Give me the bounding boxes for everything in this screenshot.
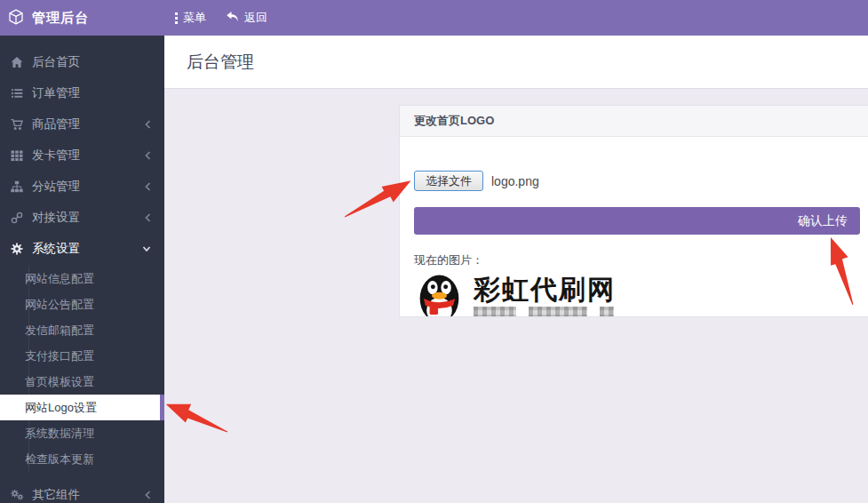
card-header: 更改首页LOGO [400,106,868,137]
brand-title: 管理后台 [32,10,89,27]
submenu-item-site-info[interactable]: 网站信息配置 [0,266,164,291]
page-title-bar: 后台管理 [164,36,868,89]
sidebar-item-dashboard[interactable]: 后台首页 [0,46,164,77]
cube-icon [8,9,24,28]
annotation-arrow-to-logo-menu-item [161,391,234,443]
page-title: 后台管理 [187,51,254,74]
chevron-left-icon [143,150,152,161]
chevron-down-icon [141,244,152,254]
menu-toggle[interactable]: 菜单 [175,10,206,26]
submenu-item-data-clean[interactable]: 系统数据清理 [0,420,164,446]
submenu-item-logo-config[interactable]: 网站Logo设置 [0,395,164,420]
sidebar-item-other-components[interactable]: 其它组件 [0,479,164,503]
sidebar-item-cards[interactable]: 发卡管理 [0,140,164,171]
brand[interactable]: 管理后台 [0,9,164,28]
back-link-label: 返回 [244,10,267,26]
selected-file-name: logo.png [491,174,539,188]
cart-icon [7,118,27,131]
card-body: 选择文件 logo.png 确认上传 现在的图片： [400,137,868,317]
submenu-item-site-notice[interactable]: 网站公告配置 [0,291,164,317]
sidebar-item-products[interactable]: 商品管理 [0,108,164,140]
sidebar: 后台首页 订单管理 商品管理 发卡管理 分站管理 [0,36,164,503]
sidebar-item-api[interactable]: 对接设置 [0,202,164,233]
current-image-label: 现在的图片： [414,252,860,268]
ellipsis-v-icon [175,12,178,24]
chevron-left-icon [143,212,152,223]
current-logo-image: 彩虹代刷网 [414,273,860,317]
site-logo-text: 彩虹代刷网 [474,275,616,304]
back-link[interactable]: 返回 [226,10,267,26]
censored-text-bar [474,307,616,317]
cogs-icon [7,489,27,501]
sidebar-item-substations[interactable]: 分站管理 [0,171,164,202]
qq-penguin-logo-icon [414,273,465,317]
system-settings-submenu: 网站信息配置 网站公告配置 发信邮箱配置 支付接口配置 首页模板设置 网站Log… [0,264,164,474]
file-input-row: 选择文件 logo.png [414,171,860,191]
reply-arrow-icon [226,11,239,25]
choose-file-button[interactable]: 选择文件 [414,171,483,191]
submenu-item-template-config[interactable]: 首页模板设置 [0,369,164,395]
sitemap-icon [7,180,27,193]
link-icon [7,212,27,224]
sidebar-item-label: 商品管理 [32,116,143,132]
sidebar-item-label: 系统设置 [32,241,141,257]
submenu-item-mail-config[interactable]: 发信邮箱配置 [0,317,164,343]
submenu-item-payment-config[interactable]: 支付接口配置 [0,343,164,369]
list-icon [7,87,27,100]
top-header-bar: 管理后台 菜单 返回 [0,0,868,36]
logo-text-block: 彩虹代刷网 [474,273,616,317]
chevron-left-icon [143,181,152,192]
menu-toggle-label: 菜单 [183,10,206,26]
grid-icon [7,149,27,162]
sidebar-item-label: 其它组件 [32,487,143,503]
top-nav: 菜单 返回 [175,10,267,26]
sidebar-item-label: 分站管理 [32,179,143,195]
gear-icon [7,243,27,255]
chevron-left-icon [143,119,152,130]
logo-settings-card: 更改首页LOGO 选择文件 logo.png 确认上传 现在的图片： [399,105,868,317]
sidebar-item-label: 发卡管理 [32,148,143,164]
sidebar-nav: 后台首页 订单管理 商品管理 发卡管理 分站管理 [0,36,164,264]
sidebar-item-label: 后台首页 [32,54,152,70]
sidebar-item-label: 对接设置 [32,210,143,226]
chevron-left-icon [143,490,152,500]
submenu-item-version-check[interactable]: 检查版本更新 [0,446,164,472]
confirm-upload-button[interactable]: 确认上传 [414,207,860,235]
sidebar-item-system-settings[interactable]: 系统设置 [0,233,164,264]
sidebar-item-orders[interactable]: 订单管理 [0,77,164,108]
sidebar-item-label: 订单管理 [32,85,152,101]
home-icon [7,56,27,68]
